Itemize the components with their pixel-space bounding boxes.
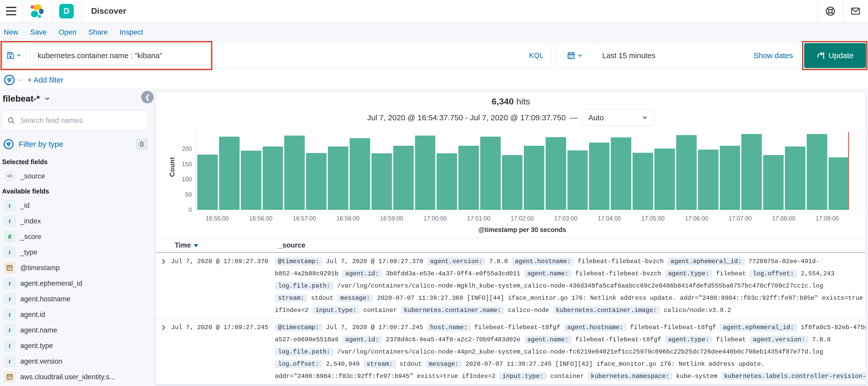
field-azure.auditlogs.properties.ac...[interactable]: azure.auditlogs.properties.ac... bbox=[2, 385, 148, 386]
filter-icon[interactable] bbox=[4, 74, 15, 86]
field-_score[interactable]: #_score bbox=[2, 229, 148, 244]
field-name: _id bbox=[20, 202, 30, 210]
field-agent.version[interactable]: tagent.version bbox=[2, 354, 148, 369]
field-value: kube-system bbox=[672, 373, 721, 380]
nav-open-button[interactable]: Open bbox=[59, 28, 76, 36]
nav-inspect-button[interactable]: Inspect bbox=[120, 28, 143, 36]
source-line: stream: stdout message: 2020-07-07 11:39… bbox=[275, 292, 866, 304]
histogram-bar-20[interactable] bbox=[632, 153, 653, 210]
saved-query-menu-button[interactable] bbox=[2, 43, 26, 68]
field-badge: agent.version: bbox=[750, 336, 808, 344]
histogram-bar-8[interactable] bbox=[371, 153, 392, 210]
time-column-header[interactable]: Time bbox=[175, 241, 279, 249]
field-value: b852-4a2b88c9291b bbox=[275, 270, 342, 277]
field-value: 2378d4c6-9ea5-44f0-a2c2-70b9f483d02e bbox=[382, 336, 524, 343]
time-range-value[interactable]: Last 15 minutes bbox=[602, 52, 753, 60]
field-agent.id[interactable]: tagent.id bbox=[2, 307, 148, 322]
index-pattern-name: filebeat-* bbox=[3, 93, 40, 103]
field-agent.type[interactable]: tagent.type bbox=[2, 338, 148, 354]
histogram-bar-1[interactable] bbox=[219, 137, 240, 210]
histogram-bar-29[interactable] bbox=[829, 157, 849, 210]
source-line: b852-4a2b88c9291b agent.id: 3b8fdd3a-e53… bbox=[275, 268, 866, 280]
field-value: filebeat-filebeat-t8fgf bbox=[571, 336, 665, 343]
histogram-bar-26[interactable] bbox=[763, 155, 784, 210]
histogram-bar-24[interactable] bbox=[720, 146, 740, 210]
histogram-bar-28[interactable] bbox=[807, 134, 827, 210]
field-name: aws.cloudtrail.user_identity.s... bbox=[20, 373, 115, 381]
field-agent.ephemeral_id[interactable]: tagent.ephemeral_id bbox=[2, 276, 148, 291]
string-field-icon: t bbox=[4, 340, 15, 351]
histogram-bar-18[interactable] bbox=[589, 143, 610, 210]
histogram-bar-5[interactable] bbox=[306, 153, 327, 210]
field-value: filebeat bbox=[712, 336, 750, 343]
histogram-bar-3[interactable] bbox=[263, 147, 283, 210]
field-value: a527-e0699e5518a9 bbox=[275, 336, 342, 343]
field-value: 1f8fa0c5-82eb-475c- bbox=[797, 324, 866, 331]
histogram-bar-17[interactable] bbox=[567, 150, 588, 210]
field-badge: stream: bbox=[275, 294, 307, 302]
menu-icon[interactable] bbox=[0, 0, 22, 22]
histogram-bar-19[interactable] bbox=[611, 138, 631, 210]
filter-count-badge: 0 bbox=[135, 139, 148, 150]
nav-save-button[interactable]: Save bbox=[30, 28, 47, 36]
elastic-logo[interactable] bbox=[23, 0, 51, 22]
histogram-bar-4[interactable] bbox=[284, 136, 305, 210]
date-quick-select-button[interactable] bbox=[556, 43, 594, 68]
expand-row-button[interactable] bbox=[156, 255, 171, 316]
histogram-bar-22[interactable] bbox=[676, 135, 697, 210]
y-tick-150: 150 bbox=[182, 160, 192, 168]
x-tick-16:55:00: 16:55:00 bbox=[206, 215, 229, 222]
add-filter-button[interactable]: + Add filter bbox=[28, 76, 63, 84]
search-field-names-input[interactable] bbox=[2, 110, 148, 131]
field-agent.name[interactable]: tagent.name bbox=[2, 322, 148, 338]
field-badge: agent.name: bbox=[524, 270, 571, 278]
histogram-bar-21[interactable] bbox=[654, 149, 675, 210]
histogram-bar-13[interactable] bbox=[480, 137, 501, 210]
histogram-bar-10[interactable] bbox=[415, 136, 436, 210]
field-_index[interactable]: t_index bbox=[2, 213, 148, 229]
nav-new-button[interactable]: New bbox=[4, 28, 18, 36]
collapse-sidebar-button[interactable]: ❮ bbox=[141, 91, 154, 103]
field-badge: kubernetes.labels.controller-revision- bbox=[721, 372, 866, 380]
update-button[interactable]: Update bbox=[804, 43, 866, 68]
histogram-plot-area[interactable] bbox=[195, 132, 849, 210]
histogram-bar-2[interactable] bbox=[241, 151, 261, 210]
interval-select[interactable]: Auto bbox=[582, 110, 654, 126]
field-value: addr="2400:8904::f03c:92ff:fe97:b945" ex… bbox=[275, 373, 499, 380]
histogram-bar-9[interactable] bbox=[393, 146, 414, 210]
histogram-bar-27[interactable] bbox=[785, 147, 805, 210]
filter-by-type-button[interactable]: Filter by type bbox=[19, 140, 135, 149]
histogram-bar-11[interactable] bbox=[437, 153, 457, 210]
field-@timestamp[interactable]: @timestamp bbox=[2, 260, 148, 276]
help-icon[interactable] bbox=[818, 0, 843, 22]
query-input[interactable]: kubernetes.container.name : "kibana" KQL bbox=[30, 43, 552, 68]
histogram-bar-7[interactable] bbox=[350, 138, 370, 210]
expand-row-button[interactable] bbox=[156, 321, 171, 382]
histogram-bar-16[interactable] bbox=[546, 137, 566, 210]
update-button-label: Update bbox=[829, 51, 854, 60]
histogram-bar-23[interactable] bbox=[698, 150, 718, 210]
field-agent.hostname[interactable]: tagent.hostname bbox=[2, 291, 148, 307]
index-pattern-switcher[interactable]: filebeat-* bbox=[3, 93, 148, 103]
histogram-bar-6[interactable] bbox=[328, 147, 348, 210]
histogram-bar-25[interactable] bbox=[741, 134, 762, 210]
nav-share-button[interactable]: Share bbox=[88, 28, 108, 36]
histogram-bar-14[interactable] bbox=[502, 155, 523, 210]
field-badge: agent.id: bbox=[342, 336, 382, 344]
x-tick-16:56:00: 16:56:00 bbox=[249, 215, 273, 222]
show-dates-button[interactable]: Show dates bbox=[753, 52, 793, 60]
histogram-bar-15[interactable] bbox=[524, 146, 544, 210]
query-language-button[interactable]: KQL bbox=[529, 52, 544, 60]
histogram-bar-0[interactable] bbox=[197, 154, 218, 210]
field-name: _index bbox=[20, 217, 41, 225]
field-aws.cloudtrail.user_identity.s...[interactable]: aws.cloudtrail.user_identity.s... bbox=[2, 369, 148, 385]
field-value: filebeat-filebeat-bvzch bbox=[574, 258, 668, 265]
field-_type[interactable]: t_type bbox=[2, 244, 148, 260]
histogram-bar-12[interactable] bbox=[458, 146, 479, 210]
field-_id[interactable]: t_id bbox=[2, 198, 148, 213]
document-source: @timestamp: Jul 7, 2020 @ 17:09:27.245 h… bbox=[275, 321, 866, 382]
field-_source[interactable]: </>_source bbox=[2, 168, 148, 184]
newsfeed-icon[interactable] bbox=[843, 0, 868, 22]
field-name: agent.id bbox=[20, 311, 45, 319]
documents-table: Time _source Jul 7, 2020 @ 17:09:27.370@… bbox=[156, 238, 866, 386]
